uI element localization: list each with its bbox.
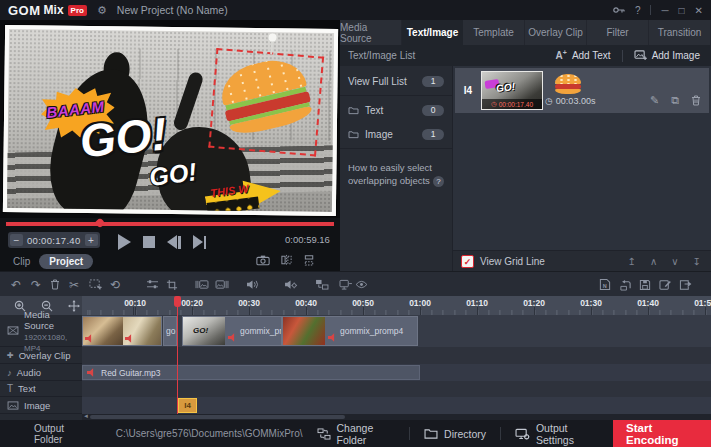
panel-subheader: Text/Image List A+ Add Text Add Image [340, 45, 711, 67]
add-text-button[interactable]: A+ Add Text [545, 45, 622, 66]
minimize-button[interactable]: ─ [661, 5, 668, 16]
stop-button[interactable] [143, 236, 155, 248]
image-group-item[interactable]: Image 1 [340, 122, 452, 146]
tab-text-image[interactable]: Text/Image [402, 20, 463, 45]
pip-track-icon[interactable] [314, 277, 330, 292]
preview-eye-icon[interactable] [353, 277, 369, 292]
scroll-left-icon[interactable]: ◄ [83, 413, 89, 419]
move-down-icon[interactable]: ∨ [671, 256, 678, 267]
view-full-list-item[interactable]: View Full List 1 [340, 69, 452, 93]
open-project-icon[interactable] [617, 277, 633, 292]
change-folder-button[interactable]: Change Folder [303, 420, 410, 447]
delete-item-icon[interactable] [691, 94, 701, 107]
view-grid-line-checkbox[interactable]: ✓ [461, 255, 474, 268]
split-scissors-icon[interactable]: ✂ [66, 277, 82, 292]
audio-settings-icon[interactable] [283, 277, 299, 292]
settings-gear-icon[interactable]: ⚙ [97, 4, 107, 17]
tab-template[interactable]: Template [463, 20, 525, 45]
redo-icon[interactable]: ↷ [28, 277, 44, 292]
item-burger-thumbnail[interactable] [555, 74, 581, 95]
image-item-row[interactable]: I4 GO! ◷00:00:17.40 ◷00:03.00s ✎ ⧉ [455, 68, 709, 113]
folder-icon [348, 130, 359, 139]
current-time: 00:00:17.40 [27, 235, 81, 246]
save-project-icon[interactable] [637, 277, 653, 292]
timeline-toolbar: ↶ ↷ ✂ ⟲ N [0, 271, 711, 297]
insert-image-left-icon[interactable] [194, 277, 210, 292]
audio-volume-icon[interactable] [244, 277, 260, 292]
crop-icon[interactable] [164, 277, 180, 292]
help-text[interactable]: How to easily select overlapping objects… [340, 151, 452, 197]
ruler-tick-label: 01:20 [523, 298, 545, 308]
text-image-item-list: I4 GO! ◷00:00:17.40 ◷00:03.00s ✎ ⧉ [453, 66, 711, 250]
clip-tab[interactable]: Clip [8, 254, 35, 269]
previous-frame-button[interactable] [167, 235, 181, 249]
image-clip-i4[interactable]: I4 [178, 398, 197, 413]
tab-filter[interactable]: Filter [587, 20, 649, 45]
preview-stage[interactable]: BAAAM GO! GO! THIS W [0, 20, 340, 218]
flip-horizontal-icon[interactable] [280, 254, 293, 266]
text-group-item[interactable]: Text 0 [340, 98, 452, 122]
playback-controls [118, 234, 206, 250]
burger-selection-box[interactable] [208, 48, 324, 157]
audio-clip[interactable]: Red Guitar.mp3 [82, 365, 420, 380]
rotate-selection-icon[interactable]: ⟲ [107, 277, 123, 292]
play-button[interactable] [118, 234, 131, 250]
folder-icon [348, 106, 359, 115]
preview-progress-bar[interactable] [6, 222, 334, 226]
media-clip-3[interactable]: GO! gommix_promp4 [182, 316, 282, 346]
undo-icon[interactable]: ↶ [8, 277, 24, 292]
maximize-button[interactable]: □ [679, 5, 685, 16]
progress-marker[interactable] [94, 217, 105, 228]
clip-audio-icon [228, 333, 237, 342]
start-encoding-button[interactable]: Start Encoding [613, 420, 711, 447]
media-clip-1[interactable] [82, 316, 162, 346]
tab-transition[interactable]: Transition [649, 20, 711, 45]
save-as-icon[interactable] [657, 277, 673, 292]
scrollbar-thumb[interactable] [90, 415, 345, 419]
panel-tab-bar: Media SourceText/ImageTemplateOverlay Cl… [340, 20, 711, 45]
flip-vertical-icon[interactable] [303, 254, 316, 266]
adjust-sliders-icon[interactable] [144, 277, 160, 292]
help-icon[interactable]: ? [635, 5, 641, 16]
playhead-handle[interactable] [174, 296, 181, 307]
duplicate-item-icon[interactable]: ⧉ [671, 94, 679, 107]
export-project-icon[interactable] [677, 277, 693, 292]
move-to-bottom-icon[interactable]: ↧ [693, 256, 701, 267]
view-grid-line-label: View Grid Line [480, 256, 545, 267]
tab-overlay-clip[interactable]: Overlay Clip [525, 20, 587, 45]
burger-image[interactable] [216, 53, 316, 141]
ruler-tick-label: 00:10 [124, 298, 146, 308]
move-to-top-icon[interactable]: ↥ [628, 256, 636, 267]
insert-image-right-icon[interactable] [214, 277, 230, 292]
time-increment-button[interactable]: + [85, 234, 98, 246]
next-frame-button[interactable] [193, 235, 207, 249]
tab-media-source[interactable]: Media Source [340, 20, 402, 45]
edit-item-icon[interactable]: ✎ [650, 94, 659, 107]
go-text-large: GO! [77, 107, 169, 169]
move-up-icon[interactable]: ∧ [650, 256, 657, 267]
timeline-playhead[interactable] [177, 296, 178, 414]
help-question-icon[interactable]: ? [433, 176, 444, 187]
media-clip-4[interactable]: gommix_promp4 [282, 316, 418, 346]
item-video-thumbnail[interactable]: GO! ◷00:00:17.40 [481, 71, 543, 110]
delete-icon[interactable] [47, 277, 63, 292]
extract-frame-icon[interactable] [337, 277, 353, 292]
new-project-icon[interactable]: N [597, 277, 613, 292]
output-settings-button[interactable]: Output Settings [501, 420, 611, 447]
track-header-overlay[interactable]: ✚ Overlay Clip [0, 347, 82, 364]
track-header-media[interactable]: Media Source1920X1080, MP4 [0, 315, 82, 347]
add-image-button[interactable]: Add Image [623, 45, 711, 66]
ruler-tick-label: 01:40 [637, 298, 659, 308]
media-clip-2[interactable]: go... [163, 316, 177, 346]
track-header-image[interactable]: Image [0, 397, 82, 414]
license-key-icon[interactable] [613, 6, 625, 14]
project-tab[interactable]: Project [39, 254, 93, 269]
snapshot-camera-icon[interactable] [256, 254, 270, 266]
track-header-text[interactable]: T Text [0, 381, 82, 397]
time-decrement-button[interactable]: − [10, 234, 23, 246]
directory-button[interactable]: Directory [410, 420, 500, 447]
close-button[interactable]: ✕ [695, 5, 703, 16]
select-marquee-icon[interactable] [87, 277, 103, 292]
video-frame: BAAAM GO! GO! THIS W [3, 25, 338, 216]
track-header-audio[interactable]: ♪ Audio [0, 364, 82, 381]
